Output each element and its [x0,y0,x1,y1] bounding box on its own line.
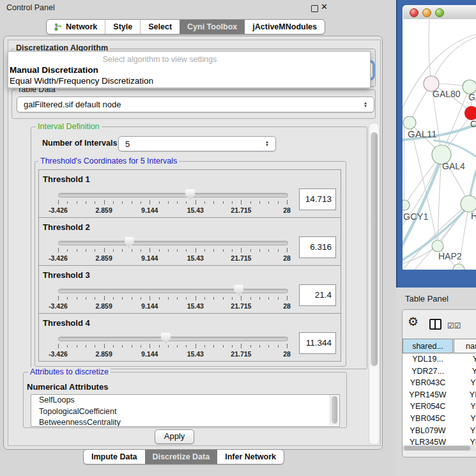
threshold-value-field[interactable]: 6.316 [299,236,336,258]
tick-mark [196,344,196,348]
network-window-titlebar[interactable] [403,5,476,20]
bottom-tab-bar: Impute DataDiscretize DataInfer Network [83,449,284,464]
tick-label: 9.144 [141,206,158,214]
slider-track[interactable] [58,193,288,197]
tick-mark [104,248,105,252]
columns-icon[interactable] [429,319,441,330]
tab-network[interactable]: Network [47,20,105,34]
tick-mark [232,201,233,204]
tick-mark [58,296,59,300]
threshold-slider[interactable]: -3.4262.8599.14415.4321.71528 [58,189,287,216]
tick-mark [67,201,68,204]
threshold-slider[interactable]: -3.4262.8599.14415.4321.71528 [58,237,287,264]
threshold-slider[interactable]: -3.4262.8599.14415.4321.71528 [58,285,287,312]
network-node[interactable] [453,264,464,270]
table-row[interactable]: YDR27...YDR27... [403,367,476,379]
tick-mark [77,297,77,300]
tick-mark [132,201,132,204]
slider-thumb[interactable] [234,285,243,296]
tick-label: 15.43 [187,302,204,310]
tick-mark [241,344,242,348]
tick-mark [259,249,260,252]
close-icon[interactable]: ✕ [321,2,328,12]
slider-track[interactable] [58,289,288,293]
table-row[interactable]: YDL19...YDL19... [403,355,476,367]
thresholds-group-title: Threshold's Coordinates for 5 Intervals [38,157,179,165]
tick-mark [232,249,233,252]
minimize-traffic-light-icon[interactable] [422,8,431,17]
tab-label: Cyni Toolbox [187,22,237,31]
table-row[interactable]: YLR345WYLR345W [403,438,476,445]
table-row[interactable]: YBL079WYBL079W [403,426,476,438]
attributes-scrollbar[interactable] [330,395,339,425]
table-row[interactable]: YBR043CYBR043C [403,378,476,390]
slider-ticks [58,200,287,206]
network-node-gal11[interactable] [403,116,416,129]
tab-jactivemnodules[interactable]: jActiveMNodules [245,20,325,34]
table-data-combobox[interactable]: galFiltered.sif default node ▲▼ [17,96,374,112]
tab-select[interactable]: Select [140,20,180,34]
threshold-slider[interactable]: -3.4262.8599.14415.4321.71528 [58,333,287,360]
slider-thumb[interactable] [185,189,195,200]
zoom-traffic-light-icon[interactable] [435,8,444,17]
tick-mark [132,297,132,300]
tick-mark [223,201,224,204]
network-node-gcy1[interactable] [403,200,410,210]
slider-track[interactable] [58,337,288,341]
slider-tick-labels: -3.4262.8599.14415.4321.71528 [58,302,287,310]
num-intervals-label: Number of Intervals [42,139,117,148]
network-node-h[interactable] [461,196,476,212]
network-node-hap2[interactable] [432,240,443,252]
threshold-label: Threshold 3 [43,270,90,280]
tab-impute-data[interactable]: Impute Data [84,450,145,464]
tab-style[interactable]: Style [105,20,140,34]
panel-scrollbar[interactable] [369,123,380,445]
tick-mark [86,297,86,300]
attributes-list[interactable]: SelfLoopsTopologicalCoefficientBetweenne… [31,394,340,427]
threshold-value-field[interactable]: 21.4 [299,284,336,306]
num-intervals-combobox[interactable]: 5 ▲▼ [118,136,276,151]
tick-mark [168,249,169,252]
close-traffic-light-icon[interactable] [410,8,418,17]
slider-track[interactable] [58,241,288,245]
table-cell: YBL079W [453,426,476,438]
attribute-item-selfloops[interactable]: SelfLoops [31,395,339,406]
table-cell: YPR145W [453,390,476,403]
network-node-c[interactable] [465,107,476,120]
column-header-name[interactable]: name [454,339,476,353]
gear-icon[interactable]: ⚙ [408,316,418,328]
tab-discretize-data[interactable]: Discretize Data [145,450,218,464]
tick-label: 21.715 [231,254,251,262]
float-window-icon[interactable] [311,5,318,12]
threshold-value-field[interactable]: 11.344 [299,332,336,354]
tick-label: 28 [283,206,291,214]
tick-mark [250,201,251,204]
tick-mark [278,345,279,348]
table-row[interactable]: YER054CYER054C [403,402,476,414]
column-header-shared[interactable]: shared... [403,339,453,353]
threshold-value-field[interactable]: 14.713 [299,188,336,210]
table-hscrollbar[interactable] [403,445,476,451]
panel-title: Control Panel [6,3,55,12]
table-cell: YBR045C [453,414,476,426]
dropdown-item-manual-discretization[interactable]: Manual Discretization [10,65,98,75]
table-hscrollbar-thumb[interactable] [404,446,470,450]
attribute-item-betweennesscentrality[interactable]: BetweennessCentrality [31,417,339,427]
table-cell: YLR345W [403,438,453,445]
tab-infer-network[interactable]: Infer Network [217,450,284,464]
dropdown-item-equal-width-frequency[interactable]: Equal Width/Frequency Discretization [10,76,153,86]
attribute-item-topologicalcoefficient[interactable]: TopologicalCoefficient [31,406,339,418]
tick-label: 21.715 [231,302,251,310]
attributes-scrollbar-thumb[interactable] [332,396,337,424]
table-row[interactable]: YBR045CYBR045C [403,414,476,426]
tab-cyni-toolbox[interactable]: Cyni Toolbox [180,20,245,34]
network-canvas[interactable]: GAL80GALCGAL11GAL4GCY1HHAP2 [403,19,476,270]
table-row[interactable]: YPR145WYPR145W [403,390,476,403]
panel-scrollbar-thumb[interactable] [371,132,378,366]
tick-mark [67,249,68,252]
checkboxes-icon[interactable]: ☑☑ [447,321,461,330]
apply-button[interactable]: Apply [155,429,194,444]
slider-thumb[interactable] [161,333,171,344]
network-edge [429,19,431,84]
slider-thumb[interactable] [125,237,134,248]
